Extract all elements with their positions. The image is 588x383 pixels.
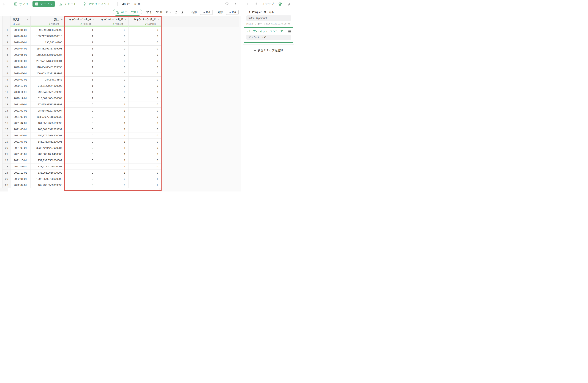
step-2-param-box[interactable]: キャンペーン名 (246, 35, 291, 40)
sales-cell: 208,063.28371999983 (31, 70, 65, 77)
add-step-button[interactable]: + 新規ステップを追加 (243, 49, 294, 52)
order-date-cell: 2021-02-01 (10, 108, 31, 114)
campaign-c-cell: 0 (128, 52, 161, 58)
ai-data-wrangling-button[interactable]: AI データ加工 (113, 9, 142, 16)
robot-icon[interactable] (277, 1, 283, 7)
table-row: 82020-08-01208,063.28371999983100 (2, 70, 161, 77)
column-header-campaign-b[interactable]: キャンペーン名_B #Numeric (96, 16, 128, 27)
sales-cell: 323,512.4169000003 (31, 163, 65, 170)
filter-rows-button[interactable]: 行 (146, 10, 153, 14)
cols-limit-input[interactable]: ↦ 100 (226, 10, 239, 15)
column-type: Numeric (115, 23, 123, 25)
table-row: 132021-01-01137,435.97513999997010 (2, 101, 161, 108)
bar-chart-icon (59, 2, 63, 6)
campaign-a-cell: 0 (65, 170, 96, 176)
mapsto-icon: ↦ (203, 11, 205, 14)
chevron-down-icon[interactable] (125, 19, 127, 20)
campaign-b-cell: 1 (96, 170, 128, 176)
column-name: 注文日 (13, 18, 21, 21)
column-header-sales[interactable]: 売上 #Numeric (31, 16, 65, 27)
step-2[interactable]: 2. ワン・ホット・エンコーディ... キャンペーン名 (244, 27, 293, 43)
plus-icon[interactable] (245, 1, 250, 6)
column-header-campaign-a[interactable]: キャンペーン名_A #Numeric (65, 16, 96, 27)
campaign-a-cell: 0 (65, 157, 96, 163)
campaign-a-cell: 0 (65, 145, 96, 151)
table-row: 62020-06-01207,571.54352000004100 (2, 58, 161, 64)
steps-list: 1. Parquet - ローカル tul2lnH6.parquet 前回のイン… (243, 11, 294, 44)
tab-chart-label: チャート (64, 2, 76, 6)
order-date-cell: 2020-01-01 (10, 27, 31, 33)
table-rows: 12020-01-0198,898.488859999910022020-02-… (2, 27, 241, 188)
step-2-index: 2. (249, 30, 251, 33)
step-1-header[interactable]: 1. Parquet - ローカル (246, 11, 291, 14)
row-index-cell: 3 (2, 39, 10, 45)
column-name: キャンペーン名_B (101, 18, 123, 21)
table-row: 152021-03-01163,076.77116000038010 (2, 114, 161, 120)
row-index-cell: 13 (2, 101, 10, 107)
campaign-b-cell: 1 (96, 101, 128, 107)
campaign-a-cell: 0 (65, 101, 96, 107)
export-up-icon (174, 11, 178, 14)
campaign-a-cell: 1 (65, 64, 96, 70)
hamburger-menu-icon[interactable] (288, 30, 291, 33)
sales-cell (28, 188, 62, 192)
order-date-cell: 2021-07-01 (10, 139, 31, 145)
triangle-down-icon (246, 12, 248, 13)
row-index-cell: 11 (2, 89, 10, 95)
step-1-file-box[interactable]: tul2lnH6.parquet (246, 16, 291, 21)
add-step-label: 新規ステップを追加 (258, 49, 283, 52)
campaign-a-cell: 1 (65, 58, 96, 64)
sales-cell: 252,939.8502000002 (31, 157, 65, 163)
rows-limit-value: 100 (206, 11, 210, 14)
sales-cell: 98,854.96207999994 (31, 108, 65, 114)
campaign-b-cell (94, 188, 126, 192)
rows-limit-input[interactable]: ↦ 100 (200, 10, 213, 15)
hash-icon: # (81, 22, 82, 25)
campaign-a-cell: 0 (65, 114, 96, 120)
caret-down-icon (185, 12, 187, 13)
chevron-down-icon[interactable] (92, 19, 95, 20)
table-row: 32020-03-01135,746.40206100 (2, 39, 161, 46)
refresh-icon[interactable] (253, 1, 258, 6)
campaign-c-cell: 0 (128, 163, 161, 170)
tab-table[interactable]: テーブル (33, 1, 55, 7)
hash-icon: # (145, 22, 147, 25)
download-button[interactable] (181, 11, 187, 14)
table-settings-button[interactable] (166, 11, 171, 14)
collapse-right-icon[interactable] (233, 1, 238, 7)
step-1: 1. Parquet - ローカル tul2lnH6.parquet 前回のイン… (243, 11, 294, 25)
row-index-cell: 18 (2, 133, 10, 138)
sales-cell: 161,052.2695199998 (31, 120, 65, 126)
column-header-order-date[interactable]: 注文日 Date (10, 16, 31, 27)
comment-icon[interactable] (224, 1, 230, 7)
chevron-down-icon[interactable] (27, 19, 29, 20)
chevron-down-icon[interactable] (61, 19, 63, 20)
campaign-b-cell: 1 (96, 114, 128, 120)
campaign-b-cell: 0 (96, 46, 128, 52)
table-toolbar: AI データ加工 行 列 (0, 8, 241, 16)
toolbar-divider (117, 2, 118, 6)
campaign-c-cell: 0 (128, 89, 161, 95)
step-2-header[interactable]: 2. ワン・ホット・エンコーディ... (246, 30, 291, 33)
column-header-campaign-c[interactable]: キャンペーン名_C #Numeric (128, 16, 161, 27)
tab-analytics[interactable]: アナリティクス (81, 1, 112, 7)
sliders-icon[interactable] (286, 1, 291, 7)
tab-analytics-label: アナリティクス (88, 2, 110, 6)
sales-cell: 303,142.94237999985 (31, 145, 65, 151)
campaign-a-cell: 1 (65, 95, 96, 101)
tab-summary[interactable]: サマリ (12, 1, 31, 7)
filter-cols-button[interactable]: 列 (156, 10, 163, 14)
tab-chart[interactable]: チャート (57, 1, 79, 7)
chevron-down-icon[interactable] (157, 19, 159, 20)
app-window: サマリ テーブル チャート (0, 0, 294, 192)
table-row: 252022-01-01199,185.90738000002001 (2, 176, 161, 182)
collapse-left-icon[interactable] (2, 1, 8, 7)
export-up-button[interactable] (174, 11, 178, 14)
campaign-c-cell: 0 (128, 27, 161, 33)
campaign-b-cell: 1 (96, 108, 128, 114)
sales-cell: 137,435.97513999997 (31, 101, 65, 107)
campaign-b-cell: 0 (96, 58, 128, 64)
campaign-c-cell: 1 (128, 176, 161, 182)
order-date-cell: 2020-03-01 (10, 39, 31, 45)
table-grid-icon (35, 2, 39, 6)
